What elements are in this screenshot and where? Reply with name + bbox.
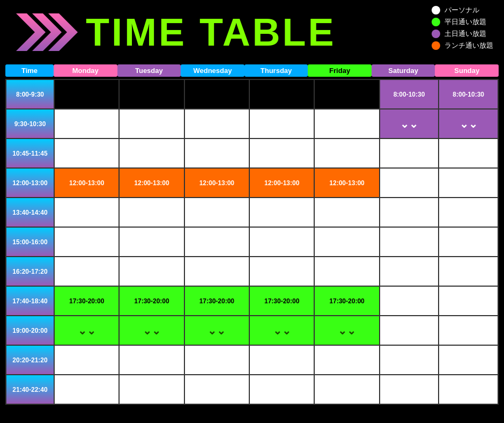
- schedule-cell: [380, 345, 439, 375]
- schedule-cell: [249, 257, 314, 286]
- header: TIME TABLE パーソナル 平日通い放題 土日通い放題 ランチ通い放題: [0, 0, 504, 64]
- schedule-cell: [314, 138, 379, 168]
- schedule-cell: [119, 198, 184, 227]
- schedule-cell: 17:30-20:00: [314, 286, 379, 316]
- schedule-cell: 17:30-20:00: [119, 286, 184, 316]
- schedule-cell: [439, 138, 498, 168]
- schedule-cell: [119, 257, 184, 286]
- schedule-cell: [119, 109, 184, 138]
- schedule-cell: [54, 345, 119, 375]
- schedule-cell: [184, 138, 249, 168]
- timetable: 8:00-9:308:00-10:308:00-10:309:30-10:30⌄…: [5, 79, 499, 405]
- time-cell: 21:40-22:40: [6, 375, 54, 404]
- schedule-cell: [119, 138, 184, 168]
- schedule-cell: [380, 198, 439, 227]
- schedule-cell: 12:00-13:00: [184, 168, 249, 198]
- header-sunday: Sunday: [435, 64, 499, 77]
- schedule-cell: 8:00-10:30: [380, 79, 439, 109]
- table-row: 16:20-17:20: [6, 257, 498, 286]
- schedule-cell: [314, 345, 379, 375]
- schedule-cell: [314, 227, 379, 257]
- schedule-cell: [54, 227, 119, 257]
- time-cell: 17:40-18:40: [6, 286, 54, 316]
- table-row: 8:00-9:308:00-10:308:00-10:30: [6, 79, 498, 109]
- schedule-cell: [439, 375, 498, 404]
- schedule-cell: [54, 375, 119, 404]
- schedule-cell: 17:30-20:00: [184, 286, 249, 316]
- schedule-cell: ⌄⌄: [54, 316, 119, 345]
- schedule-cell: [314, 109, 379, 138]
- schedule-cell: [380, 138, 439, 168]
- legend-dot-lunch: [432, 41, 440, 50]
- logo-arrows-icon: [11, 5, 80, 59]
- schedule-cell: ⌄⌄: [184, 316, 249, 345]
- schedule-cell: [314, 198, 379, 227]
- schedule-cell: [54, 138, 119, 168]
- schedule-cell: ⌄⌄: [439, 109, 498, 138]
- schedule-cell: [54, 198, 119, 227]
- schedule-cell: [184, 375, 249, 404]
- table-row: 17:40-18:4017:30-20:0017:30-20:0017:30-2…: [6, 286, 498, 316]
- time-cell: 12:00-13:00: [6, 168, 54, 198]
- table-row: 10:45-11:45: [6, 138, 498, 168]
- schedule-cell: 12:00-13:00: [249, 168, 314, 198]
- header-time: Time: [5, 64, 54, 77]
- schedule-cell: [380, 257, 439, 286]
- legend-label-personal: パーソナル: [444, 5, 479, 15]
- day-header-row: Time Monday Tuesday Wednesday Thursday F…: [0, 64, 504, 77]
- legend-label-saturday: 土日通い放題: [444, 29, 486, 39]
- schedule-cell: [249, 227, 314, 257]
- schedule-cell: [184, 257, 249, 286]
- header-monday: Monday: [54, 64, 117, 77]
- schedule-cell: 17:30-20:00: [249, 286, 314, 316]
- schedule-cell: [54, 109, 119, 138]
- schedule-cell: [119, 375, 184, 404]
- schedule-cell: [439, 345, 498, 375]
- legend-item-saturday: 土日通い放題: [432, 29, 493, 39]
- time-cell: 10:45-11:45: [6, 138, 54, 168]
- header-saturday: Saturday: [372, 64, 435, 77]
- legend-item-lunch: ランチ通い放題: [432, 41, 493, 50]
- page-title: TIME TABLE: [86, 13, 336, 52]
- legend-item-personal: パーソナル: [432, 5, 493, 15]
- schedule-cell: 8:00-10:30: [439, 79, 498, 109]
- table-row: 13:40-14:40: [6, 198, 498, 227]
- table-row: 21:40-22:40: [6, 375, 498, 404]
- schedule-cell: 12:00-13:00: [54, 168, 119, 198]
- schedule-cell: 12:00-13:00: [314, 168, 379, 198]
- schedule-cell: [314, 375, 379, 404]
- schedule-cell: [249, 109, 314, 138]
- table-row: 15:00-16:00: [6, 227, 498, 257]
- schedule-cell: [380, 375, 439, 404]
- schedule-cell: [184, 79, 249, 109]
- schedule-cell: [184, 227, 249, 257]
- schedule-cell: [380, 227, 439, 257]
- time-cell: 19:00-20:00: [6, 316, 54, 345]
- table-row: 19:00-20:00⌄⌄⌄⌄⌄⌄⌄⌄⌄⌄: [6, 316, 498, 345]
- schedule-cell: [314, 257, 379, 286]
- schedule-cell: [119, 345, 184, 375]
- table-row: 12:00-13:0012:00-13:0012:00-13:0012:00-1…: [6, 168, 498, 198]
- schedule-cell: ⌄⌄: [249, 316, 314, 345]
- schedule-cell: [119, 227, 184, 257]
- schedule-cell: ⌄⌄: [380, 109, 439, 138]
- time-cell: 20:20-21:20: [6, 345, 54, 375]
- schedule-cell: [439, 286, 498, 316]
- schedule-cell: [249, 138, 314, 168]
- schedule-cell: [184, 109, 249, 138]
- legend-dot-weekday: [432, 18, 440, 26]
- schedule-cell: [249, 79, 314, 109]
- time-cell: 8:00-9:30: [6, 79, 54, 109]
- schedule-cell: [249, 198, 314, 227]
- schedule-cell: [439, 168, 498, 198]
- legend-label-lunch: ランチ通い放題: [444, 41, 493, 50]
- schedule-cell: [380, 286, 439, 316]
- time-cell: 16:20-17:20: [6, 257, 54, 286]
- time-cell: 13:40-14:40: [6, 198, 54, 227]
- table-row: 20:20-21:20: [6, 345, 498, 375]
- header-friday: Friday: [308, 64, 372, 77]
- schedule-cell: 12:00-13:00: [119, 168, 184, 198]
- legend-label-weekday: 平日通い放題: [444, 17, 486, 27]
- schedule-cell: [119, 79, 184, 109]
- schedule-cell: [249, 345, 314, 375]
